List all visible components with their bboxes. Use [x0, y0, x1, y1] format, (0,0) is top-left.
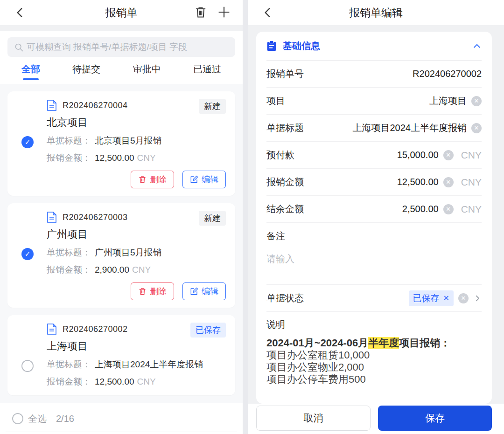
status-badge: 已保存: [190, 323, 226, 338]
delete-button[interactable]: 删除: [131, 282, 174, 300]
clipboard-icon: [266, 41, 277, 52]
field-row-project[interactable]: 项目 上海项目 ✕: [266, 88, 482, 115]
edit-icon: [190, 287, 198, 296]
amount-label: 报销金额：: [47, 152, 91, 164]
card-checkbox-checked[interactable]: ✓: [21, 248, 34, 260]
field-label: 备注: [266, 230, 482, 242]
search-and-tabs: 可模糊查询 报销单号/单据标题/项目 字段 全部 待提交 审批中 已通过: [0, 31, 243, 84]
edit-footer: 取消 保存: [248, 404, 504, 434]
doc-title-value: 广州项目5月报销: [95, 247, 162, 259]
section-title: 基础信息: [283, 40, 472, 52]
tab-in-approval[interactable]: 审批中: [133, 59, 161, 82]
search-icon: [14, 42, 24, 52]
doc-title-label: 单据标题：: [47, 247, 91, 259]
edit-body: 基础信息 报销单号 R202406270002 项目 上海项目 ✕ 单据标题: [248, 25, 504, 404]
tag-close-icon[interactable]: ✕: [443, 294, 449, 303]
currency-label: CNY: [137, 377, 156, 387]
status-badge: 新建: [199, 211, 226, 226]
cancel-button[interactable]: 取消: [256, 406, 371, 431]
clear-icon[interactable]: ✕: [443, 150, 454, 160]
field-value: 上海项目2024上半年度报销: [353, 122, 467, 134]
trash-icon: [138, 175, 147, 184]
field-row-balance[interactable]: 结余金额 2,500.00 ✕ CNY: [266, 196, 482, 223]
clear-icon[interactable]: ✕: [458, 293, 469, 303]
card-checkbox-checked[interactable]: ✓: [21, 136, 34, 148]
chevron-up-icon[interactable]: [472, 41, 482, 51]
field-row-amount[interactable]: 报销金额 12,500.00 ✕ CNY: [266, 169, 482, 196]
field-row-doc-title[interactable]: 单据标题 上海项目2024上半年度报销 ✕: [266, 115, 482, 142]
field-value: 上海项目: [429, 95, 467, 107]
status-badge: 新建: [199, 99, 226, 114]
clear-icon[interactable]: ✕: [471, 96, 482, 106]
doc-title-value: 北京项目5月报销: [95, 135, 162, 147]
amount-label: 报销金额：: [47, 376, 91, 388]
card-checkbox-unchecked[interactable]: [21, 360, 34, 372]
field-label: 单据状态: [266, 292, 304, 304]
document-icon: [47, 212, 57, 223]
clear-icon[interactable]: ✕: [443, 177, 454, 187]
card-list: ✓ R202406270004 新建 北京项目 单据标题： 北京项目5月报销 报…: [0, 84, 243, 403]
field-label: 结余金额: [266, 203, 304, 215]
amount-value: 12,500.00: [95, 153, 134, 163]
clear-icon[interactable]: ✕: [471, 123, 482, 133]
field-label: 预付款: [266, 149, 294, 161]
search-placeholder: 可模糊查询 报销单号/单据标题/项目 字段: [27, 41, 187, 53]
project-title: 广州项目: [47, 227, 226, 241]
description-line: 项目办公室物业2,000: [266, 361, 482, 373]
list-footer: 全选 2/16: [0, 403, 243, 434]
expense-card[interactable]: R202406270002 已保存 上海项目 单据标题： 上海项目2024上半年…: [7, 315, 235, 395]
remark-textarea[interactable]: 请输入: [266, 253, 482, 284]
select-all-checkbox[interactable]: [12, 413, 23, 424]
field-description: 说明 2024-01月~2024-06月半年度项目报销： 项目办公室租赁10,0…: [266, 312, 482, 390]
document-icon: [47, 324, 57, 335]
currency-label: CNY: [137, 153, 156, 163]
field-row-advance[interactable]: 预付款 15,000.00 ✕ CNY: [266, 142, 482, 169]
edit-button[interactable]: 编辑: [182, 282, 226, 300]
project-title: 北京项目: [47, 116, 226, 130]
currency-label: CNY: [132, 265, 151, 275]
currency-label: CNY: [461, 150, 482, 161]
expense-number: R202406270002: [63, 324, 128, 334]
status-tag[interactable]: 已保存 ✕: [409, 290, 454, 306]
plus-icon[interactable]: [217, 6, 231, 19]
field-label: 项目: [266, 95, 285, 107]
document-icon: [47, 100, 57, 111]
field-value: R202406270002: [413, 69, 482, 79]
field-label: 报销金额: [266, 176, 304, 188]
clear-icon[interactable]: ✕: [443, 204, 454, 214]
delete-button[interactable]: 删除: [131, 171, 174, 188]
tab-pending-submit[interactable]: 待提交: [72, 59, 100, 82]
field-row-number: 报销单号 R202406270002: [266, 61, 482, 88]
expense-number: R202406270004: [63, 101, 128, 110]
section-header[interactable]: 基础信息: [266, 32, 482, 61]
header-actions: [194, 6, 231, 19]
edit-button[interactable]: 编辑: [182, 171, 226, 188]
save-button[interactable]: 保存: [378, 406, 492, 431]
description-line: 项目办公室租赁10,000: [266, 349, 482, 361]
edit-icon: [190, 175, 198, 184]
expense-card[interactable]: ✓ R202406270004 新建 北京项目 单据标题： 北京项目5月报销 报…: [7, 91, 235, 196]
list-header: 报销单: [0, 0, 243, 25]
trash-icon[interactable]: [194, 6, 207, 19]
back-icon[interactable]: [14, 7, 26, 19]
tab-approved[interactable]: 已通过: [193, 59, 221, 82]
tab-all[interactable]: 全部: [21, 59, 40, 82]
clipped-text: …: [266, 386, 482, 390]
trash-icon: [138, 287, 147, 296]
divider-strip: [0, 25, 243, 31]
expense-card[interactable]: ✓ R202406270003 新建 广州项目 单据标题： 广州项目5月报销 报…: [7, 203, 235, 308]
expense-edit-panel: 报销单编辑 基础信息 报销单号 R202406270002 项目 上海项目: [248, 0, 504, 434]
chevron-right-icon[interactable]: [473, 294, 482, 303]
project-title: 上海项目: [47, 339, 226, 353]
back-icon[interactable]: [262, 7, 274, 19]
field-remark: 备注 请输入: [266, 223, 482, 285]
screen: 报销单 可模糊查询 报销单号/单据标题/项目 字段 全部 待提交 审批中 已通过: [0, 0, 504, 434]
selected-count: 2/16: [56, 413, 74, 424]
field-row-status[interactable]: 单据状态 已保存 ✕ ✕: [266, 285, 482, 312]
amount-label: 报销金额：: [47, 264, 91, 276]
select-all-label: 全选: [28, 413, 47, 425]
field-label: 单据标题: [266, 122, 304, 134]
search-input[interactable]: 可模糊查询 报销单号/单据标题/项目 字段: [7, 37, 235, 57]
amount-value: 2,900.00: [95, 265, 129, 275]
expense-number: R202406270003: [63, 213, 128, 222]
